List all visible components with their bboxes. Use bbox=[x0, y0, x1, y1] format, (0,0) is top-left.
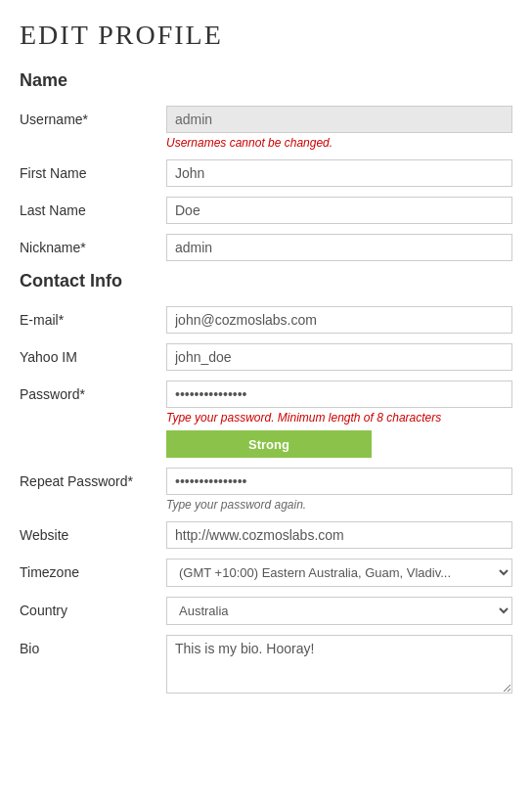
repeat-password-label: Repeat Password* bbox=[20, 468, 166, 489]
country-select[interactable]: Australia United States United Kingdom C… bbox=[166, 597, 512, 625]
country-row: Country Australia United States United K… bbox=[20, 597, 512, 625]
bio-field-container bbox=[166, 635, 512, 697]
firstname-label: First Name bbox=[20, 159, 166, 181]
username-input bbox=[166, 106, 512, 133]
nickname-label: Nickname* bbox=[20, 234, 166, 255]
yahoo-input[interactable] bbox=[166, 343, 512, 371]
username-hint: Usernames cannot be changed. bbox=[166, 136, 512, 150]
name-section: Name Username* Usernames cannot be chang… bbox=[20, 70, 512, 261]
username-row: Username* Usernames cannot be changed. bbox=[20, 106, 512, 150]
email-input[interactable] bbox=[166, 306, 512, 334]
nickname-input[interactable] bbox=[166, 234, 512, 261]
website-field-container bbox=[166, 521, 512, 549]
email-field-container bbox=[166, 306, 512, 334]
yahoo-label: Yahoo IM bbox=[20, 343, 166, 365]
country-field-container: Australia United States United Kingdom C… bbox=[166, 597, 512, 625]
email-label: E-mail* bbox=[20, 306, 166, 328]
password-label: Password* bbox=[20, 381, 166, 402]
username-field-container: Usernames cannot be changed. bbox=[166, 106, 512, 150]
bio-label: Bio bbox=[20, 635, 166, 656]
repeat-password-row: Repeat Password* Type your password agai… bbox=[20, 468, 512, 512]
repeat-password-field-container: Type your password again. bbox=[166, 468, 512, 512]
country-label: Country bbox=[20, 597, 166, 618]
yahoo-row: Yahoo IM bbox=[20, 343, 512, 371]
yahoo-field-container bbox=[166, 343, 512, 371]
contact-section: Contact Info E-mail* Yahoo IM Password* … bbox=[20, 271, 512, 697]
timezone-row: Timezone (GMT +10:00) Eastern Australia,… bbox=[20, 559, 512, 587]
firstname-field-container bbox=[166, 159, 512, 187]
repeat-password-hint: Type your password again. bbox=[166, 498, 512, 512]
name-heading: Name bbox=[20, 70, 512, 91]
contact-heading: Contact Info bbox=[20, 271, 512, 291]
email-row: E-mail* bbox=[20, 306, 512, 334]
bio-textarea[interactable] bbox=[166, 635, 512, 694]
firstname-input[interactable] bbox=[166, 159, 512, 187]
lastname-label: Last Name bbox=[20, 197, 166, 218]
website-row: Website bbox=[20, 521, 512, 549]
firstname-row: First Name bbox=[20, 159, 512, 187]
bio-row: Bio bbox=[20, 635, 512, 697]
timezone-label: Timezone bbox=[20, 559, 166, 580]
website-label: Website bbox=[20, 521, 166, 543]
website-input[interactable] bbox=[166, 521, 512, 549]
nickname-field-container bbox=[166, 234, 512, 261]
password-field-container: Type your password. Minimum length of 8 … bbox=[166, 381, 512, 458]
lastname-field-container bbox=[166, 197, 512, 224]
password-input[interactable] bbox=[166, 381, 512, 408]
timezone-field-container: (GMT +10:00) Eastern Australia, Guam, Vl… bbox=[166, 559, 512, 587]
lastname-input[interactable] bbox=[166, 197, 512, 224]
username-label: Username* bbox=[20, 106, 166, 127]
repeat-password-input[interactable] bbox=[166, 468, 512, 495]
page-title: EDIT PROFILE bbox=[20, 20, 512, 51]
password-strength-label: Strong bbox=[248, 437, 289, 452]
nickname-row: Nickname* bbox=[20, 234, 512, 261]
lastname-row: Last Name bbox=[20, 197, 512, 224]
password-row: Password* Type your password. Minimum le… bbox=[20, 381, 512, 458]
timezone-select[interactable]: (GMT +10:00) Eastern Australia, Guam, Vl… bbox=[166, 559, 512, 587]
password-hint: Type your password. Minimum length of 8 … bbox=[166, 411, 512, 425]
password-strength-bar: Strong bbox=[166, 430, 372, 458]
